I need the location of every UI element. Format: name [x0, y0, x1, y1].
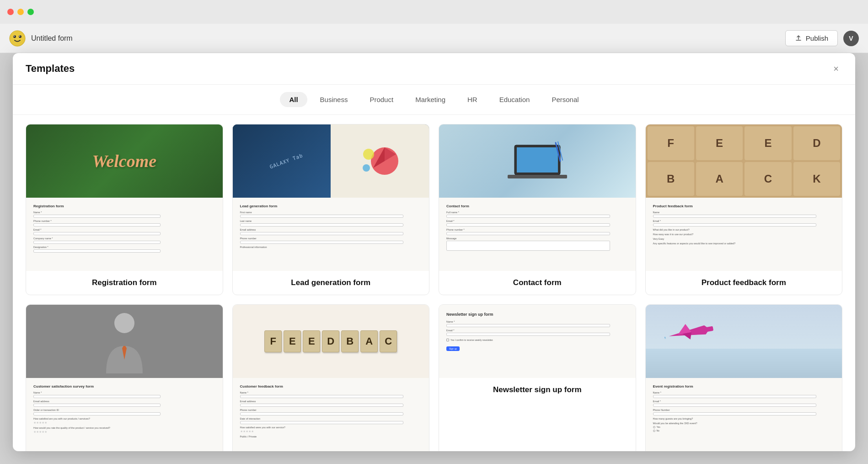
svg-point-7: [363, 164, 370, 172]
scrabble-decoration: F E E D B A C: [233, 305, 429, 378]
svg-point-0: [10, 31, 25, 46]
publish-button[interactable]: Publish: [785, 30, 838, 46]
contact-decoration: [439, 124, 636, 198]
event-form-preview: Event registration form Name * Email * P…: [646, 378, 842, 451]
maximize-button[interactable]: [27, 9, 34, 15]
lead-decoration: GALAXY Tab: [233, 124, 429, 198]
newsletter-decoration: Newsletter sign up form Name * Email * Y…: [439, 305, 636, 378]
satisfaction-decoration: [26, 305, 223, 378]
contact-form-label: Contact form: [439, 271, 636, 295]
svg-rect-10: [508, 175, 567, 178]
modal-header: Templates ×: [13, 53, 855, 85]
product-feedback-form-preview: Product feedback form Name Email * What …: [646, 198, 842, 271]
app-logo-icon: [9, 30, 26, 47]
template-card-customer-satisfaction[interactable]: Customer satisfaction survey form Name *…: [26, 304, 223, 451]
welcome-decoration: Welcome: [26, 124, 223, 198]
template-image-registration: Welcome: [26, 124, 223, 198]
airplane-svg: [662, 314, 721, 351]
customer-feedback-form-preview: Customer feedback form Name * Email addr…: [233, 378, 429, 451]
tab-hr[interactable]: HR: [458, 92, 487, 107]
template-card-newsletter[interactable]: Newsletter sign up form Name * Email * Y…: [439, 304, 636, 451]
newsletter-label: Newsletter sign up form: [439, 378, 636, 402]
tab-education[interactable]: Education: [490, 92, 539, 107]
traffic-lights: [7, 9, 34, 15]
tabs-container: All Business Product Marketing HR Educat…: [13, 85, 855, 115]
template-card-event-registration[interactable]: Event registration form Name * Email * P…: [645, 304, 843, 451]
template-card-lead-generation[interactable]: GALAXY Tab: [232, 124, 430, 295]
tab-product[interactable]: Product: [360, 92, 402, 107]
templates-modal: Templates × All Business Product Marketi…: [13, 53, 855, 451]
minimize-button[interactable]: [17, 9, 24, 15]
tab-business[interactable]: Business: [311, 92, 357, 107]
user-avatar[interactable]: V: [843, 31, 859, 46]
user-initial: V: [849, 35, 853, 42]
feedback-decoration: F E E D B A C K: [646, 124, 842, 198]
svg-point-13: [114, 313, 134, 333]
template-image-satisfaction: [26, 305, 223, 378]
modal-close-button[interactable]: ×: [830, 62, 842, 75]
svg-point-2: [19, 35, 21, 38]
template-card-product-feedback[interactable]: F E E D B A C K Product feedback form Na…: [645, 124, 843, 295]
tab-marketing[interactable]: Marketing: [406, 92, 455, 107]
registration-form-preview: Registration form Name * Phone number * …: [26, 198, 223, 271]
lead-form-preview: Lead generation form First name Last nam…: [233, 198, 429, 271]
templates-grid: Welcome Registration form Name * Phone n…: [26, 124, 842, 451]
svg-point-4: [19, 36, 20, 37]
laptop-svg: [505, 138, 569, 184]
template-image-newsletter: Newsletter sign up form Name * Email * Y…: [439, 305, 636, 378]
svg-point-6: [363, 149, 374, 160]
template-image-contact: [439, 124, 636, 198]
template-image-lead: GALAXY Tab: [233, 124, 429, 198]
app-header: Untitled form Publish V: [0, 24, 868, 53]
title-bar: [0, 0, 868, 24]
registration-form-label: Registration form: [26, 271, 223, 295]
template-card-customer-feedback[interactable]: F E E D B A C Customer feedback form Nam…: [232, 304, 430, 451]
template-image-customer-feedback: F E E D B A C: [233, 305, 429, 378]
svg-point-1: [13, 35, 16, 38]
close-button[interactable]: [7, 9, 14, 15]
lead-generation-label: Lead generation form: [233, 271, 429, 295]
template-card-contact[interactable]: Contact form Full name * Email * Phone n…: [439, 124, 636, 295]
svg-point-3: [14, 36, 15, 37]
contact-form-preview: Contact form Full name * Email * Phone n…: [439, 198, 636, 271]
product-feedback-label: Product feedback form: [646, 271, 842, 295]
svg-rect-9: [517, 147, 558, 173]
tab-all[interactable]: All: [280, 92, 307, 107]
modal-title: Templates: [26, 63, 830, 75]
publish-label: Publish: [806, 34, 828, 42]
publish-icon: [795, 35, 802, 42]
event-decoration: [646, 305, 842, 378]
templates-container: Welcome Registration form Name * Phone n…: [13, 115, 855, 451]
template-card-registration[interactable]: Welcome Registration form Name * Phone n…: [26, 124, 223, 295]
person-silhouette-svg: [97, 309, 152, 373]
template-image-product-feedback: F E E D B A C K: [646, 124, 842, 198]
app-title: Untitled form: [31, 34, 785, 43]
template-image-event: [646, 305, 842, 378]
satisfaction-form-preview: Customer satisfaction survey form Name *…: [26, 378, 223, 451]
tab-personal[interactable]: Personal: [542, 92, 588, 107]
